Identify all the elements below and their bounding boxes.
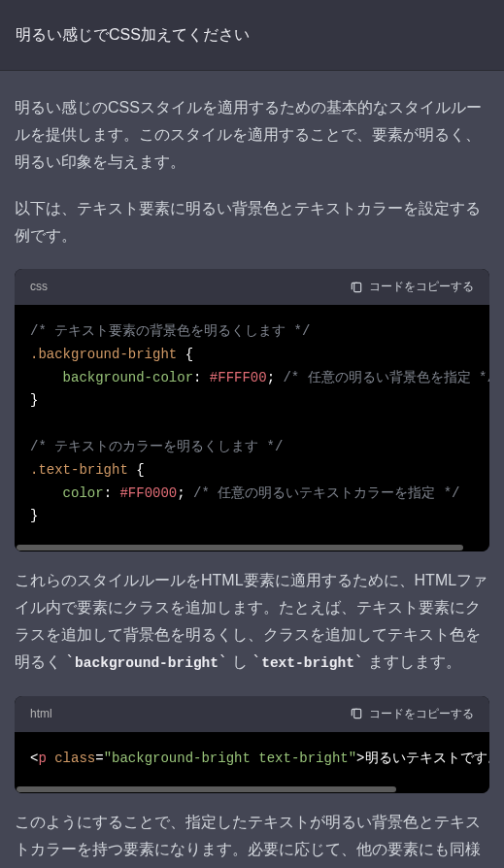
code-attr: class <box>54 751 95 766</box>
code-colon: : <box>193 370 201 385</box>
assistant-para-1: 明るい感じのCSSスタイルを適用するための基本的なスタイルルールを提供します。こ… <box>15 94 489 176</box>
code-semi: ; <box>267 370 275 385</box>
inline-code: text-bright <box>261 655 354 671</box>
code-angle: > <box>356 751 364 766</box>
code-content-css[interactable]: /* テキスト要素の背景色を明るくします */ .background-brig… <box>15 305 489 544</box>
scrollbar-track[interactable] <box>15 785 489 793</box>
scrollbar-thumb[interactable] <box>17 786 396 792</box>
code-tag: p <box>38 751 46 766</box>
code-header: html コードをコピーする <box>15 696 489 732</box>
user-text: 明るい感じでCSS加えてください <box>16 26 250 43</box>
code-brace: { <box>136 462 144 478</box>
code-comment: /* テキストのカラーを明るくします */ <box>30 439 283 454</box>
svg-rect-0 <box>354 283 361 291</box>
para3-text-mid: し <box>228 653 252 670</box>
code-text: 明るいテキストです。 <box>365 751 490 766</box>
code-semi: ; <box>177 485 185 501</box>
code-comment: /* テキスト要素の背景色を明るくします */ <box>30 323 310 339</box>
code-prop: color <box>63 485 104 501</box>
code-brace: { <box>185 347 193 362</box>
inline-code: background-bright <box>75 655 218 671</box>
backtick: ` <box>252 652 262 671</box>
code-lang-label: html <box>30 704 52 724</box>
scrollbar-track[interactable] <box>15 544 489 551</box>
code-value: #FF0000 <box>119 485 177 501</box>
assistant-para-2: 以下は、テキスト要素に明るい背景色とテキストカラーを設定する例です。 <box>15 195 489 250</box>
code-content-html[interactable]: <p class="background-bright text-bright"… <box>15 732 489 786</box>
code-lang-label: css <box>30 277 48 297</box>
code-selector: .background-bright <box>30 347 177 362</box>
backtick: ` <box>65 652 75 671</box>
copy-button[interactable]: コードをコピーする <box>350 279 474 295</box>
assistant-para-3: これらのスタイルルールをHTML要素に適用するために、HTMLファイル内で要素に… <box>15 567 489 676</box>
backtick: ` <box>354 652 364 671</box>
copy-label: コードをコピーする <box>369 706 474 722</box>
code-colon: : <box>104 485 112 501</box>
code-block-css: css コードをコピーする /* テキスト要素の背景色を明るくします */ .b… <box>15 269 489 551</box>
svg-rect-1 <box>354 709 361 718</box>
scrollbar-thumb[interactable] <box>17 545 463 551</box>
assistant-message: 明るい感じのCSSスタイルを適用するための基本的なスタイルルールを提供します。こ… <box>0 71 504 868</box>
user-message: 明るい感じでCSS加えてください <box>0 0 504 71</box>
code-brace: } <box>30 508 38 523</box>
code-str: "background-bright text-bright" <box>104 751 356 766</box>
para3-text-end: ますします。 <box>364 653 461 670</box>
code-value: #FFFF00 <box>210 370 267 385</box>
backtick: ` <box>218 652 228 671</box>
code-comment: /* 任意の明るいテキストカラーを指定 */ <box>193 485 459 501</box>
code-block-html: html コードをコピーする <p class="background-brig… <box>15 696 489 794</box>
copy-button[interactable]: コードをコピーする <box>350 706 474 722</box>
clipboard-icon <box>350 707 363 720</box>
code-prop: background-color <box>63 370 193 385</box>
code-comment: /* 任意の明るい背景色を指定 */ <box>283 370 489 385</box>
code-header: css コードをコピーする <box>15 269 489 305</box>
assistant-para-4: このようにすることで、指定したテキストが明るい背景色とテキストカラーを持つ要素に… <box>15 809 489 863</box>
code-eq: = <box>95 751 103 766</box>
code-str-value: background-bright text-bright <box>112 751 349 766</box>
code-selector: .text-bright <box>30 462 128 478</box>
clipboard-icon <box>350 281 363 294</box>
code-brace: } <box>30 392 38 408</box>
copy-label: コードをコピーする <box>369 279 474 295</box>
